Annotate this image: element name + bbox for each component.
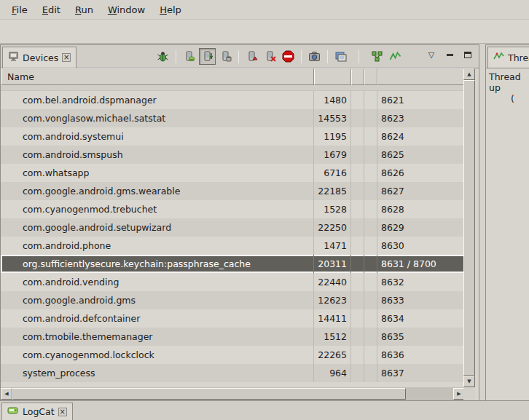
cell-empty [364, 146, 377, 164]
table-row[interactable]: com.cyanogenmod.trebuchet15288628 [1, 200, 465, 218]
table-row[interactable]: com.android.systemui11958624 [1, 127, 465, 146]
table-row[interactable]: com.android.vending224408632 [1, 273, 465, 291]
update-heap-button[interactable] [181, 48, 197, 65]
table-row[interactable]: com.tmobile.thememanager15128635 [1, 328, 465, 346]
table-row[interactable]: com.google.android.gms.wearable221858627 [1, 182, 465, 200]
table-row[interactable]: com.android.phone14718630 [1, 237, 465, 255]
screen-capture-button[interactable] [306, 48, 323, 65]
method-profiling-icon [389, 50, 401, 63]
main-area: Devices × ▽ Name [0, 44, 529, 401]
devices-tab-close-icon[interactable]: × [62, 53, 71, 62]
cell-empty [364, 91, 377, 109]
column-header-port[interactable] [377, 68, 465, 85]
tab-threads[interactable]: Threads [487, 47, 529, 68]
menu-edit[interactable]: Edit [35, 1, 68, 18]
process-pid: 14553 [314, 109, 351, 127]
cell-empty [351, 328, 364, 346]
table-row[interactable]: com.android.defcontainer144118634 [1, 309, 465, 328]
device-table-viewport: com.bel.android.dspmanager14808621com.vo… [1, 85, 465, 387]
view-hierarchy-button[interactable] [332, 48, 349, 65]
cell-empty [351, 164, 364, 182]
scrollbar-corner [463, 387, 475, 400]
menu-help[interactable]: Help [152, 1, 189, 18]
process-pid: 1512 [314, 328, 351, 346]
process-port: 8625 [377, 146, 465, 164]
process-pid: 6716 [314, 164, 351, 182]
menu-run[interactable]: Run [68, 1, 101, 18]
horizontal-scrollbar[interactable]: ◀ ▶ [1, 387, 465, 400]
threads-tab-label: Threads [508, 52, 529, 63]
cell-empty [351, 200, 364, 218]
table-row[interactable]: com.vonglasow.michael.satstat145538623 [1, 109, 465, 127]
logcat-tab-close-icon[interactable]: × [58, 408, 67, 416]
process-port: 8621 [377, 91, 465, 109]
stop-process-button[interactable] [280, 48, 297, 65]
cell-empty [364, 346, 377, 364]
tree-view-button[interactable] [369, 48, 385, 65]
vertical-scrollbar[interactable]: ▲ ▼ [463, 68, 475, 387]
process-port: 8629 [377, 218, 465, 237]
process-pid: 1679 [314, 146, 351, 164]
vertical-scrollbar-thumb[interactable] [463, 80, 475, 376]
cell-empty [364, 309, 377, 328]
update-threads-icon [246, 50, 258, 63]
column-header-pid[interactable] [314, 68, 351, 85]
menu-window[interactable]: Window [101, 1, 152, 18]
process-name: com.cyanogenmod.trebuchet [1, 200, 314, 218]
ddms-window: File Edit Run Window Help Devices × ▽ [0, 0, 529, 420]
table-row[interactable]: com.google.android.gms126238633 [1, 291, 465, 309]
process-port: 8632 [377, 273, 465, 291]
cell-empty [364, 237, 377, 255]
process-name: com.whatsapp [1, 164, 314, 182]
method-profiling-button[interactable] [387, 48, 404, 65]
table-row[interactable]: com.android.smspush16798625 [1, 146, 465, 164]
minimize-icon[interactable] [444, 49, 455, 60]
devices-tab-icon [8, 51, 19, 64]
toolbar-separator [301, 50, 302, 63]
process-pid: 1471 [314, 237, 351, 255]
table-row[interactable]: com.whatsapp67168626 [1, 164, 465, 182]
scroll-up-icon[interactable]: ▲ [463, 68, 475, 80]
partial-row [1, 85, 465, 91]
process-port: 8626 [377, 164, 465, 182]
table-row[interactable]: org.sufficientlysecure.keychain:passphra… [1, 255, 465, 273]
stop-profiling-button[interactable] [262, 48, 278, 65]
scroll-left-icon[interactable]: ◀ [1, 388, 12, 400]
process-pid: 12623 [314, 291, 351, 309]
cell-empty [351, 346, 364, 364]
cause-gc-button[interactable] [217, 48, 234, 65]
table-row[interactable]: system_process9648637 [1, 364, 465, 382]
tab-devices[interactable]: Devices × [2, 47, 77, 68]
horizontal-scrollbar-thumb[interactable] [12, 388, 406, 400]
update-heap-icon [183, 50, 195, 63]
threads-tab-icon [493, 51, 504, 64]
cell-empty [351, 309, 364, 328]
view-menu-icon[interactable]: ▽ [426, 49, 436, 60]
table-row[interactable]: com.cyanogenmod.lockclock222658636 [1, 346, 465, 364]
update-threads-button[interactable] [243, 48, 260, 65]
table-column-headers: Name [1, 68, 465, 85]
tab-logcat[interactable]: LogCat × [1, 403, 73, 420]
threads-view-header: Threads [486, 45, 529, 68]
cell-empty [351, 218, 364, 237]
cell-empty [364, 273, 377, 291]
menu-file[interactable]: File [4, 1, 35, 18]
table-row[interactable]: com.google.android.setupwizard222508629 [1, 218, 465, 237]
process-pid: 22250 [314, 218, 351, 237]
column-header-name[interactable]: Name [1, 68, 314, 85]
maximize-icon[interactable] [463, 49, 473, 60]
table-row[interactable]: com.bel.android.dspmanager14808621 [1, 91, 465, 109]
process-name: com.cyanogenmod.lockclock [1, 346, 314, 364]
process-name: com.tmobile.thememanager [1, 328, 314, 346]
dump-hprof-button[interactable] [199, 48, 216, 65]
cell-empty [364, 200, 377, 218]
debug-button[interactable] [154, 48, 171, 65]
process-name: com.google.android.gms [1, 291, 314, 309]
column-header-empty[interactable] [351, 68, 364, 85]
process-name: com.android.vending [1, 273, 314, 291]
scroll-down-icon[interactable]: ▼ [463, 376, 475, 387]
process-name: com.bel.android.dspmanager [1, 91, 314, 109]
cell-empty [351, 255, 364, 273]
process-pid: 1195 [314, 127, 351, 146]
column-header-empty[interactable] [364, 68, 377, 85]
